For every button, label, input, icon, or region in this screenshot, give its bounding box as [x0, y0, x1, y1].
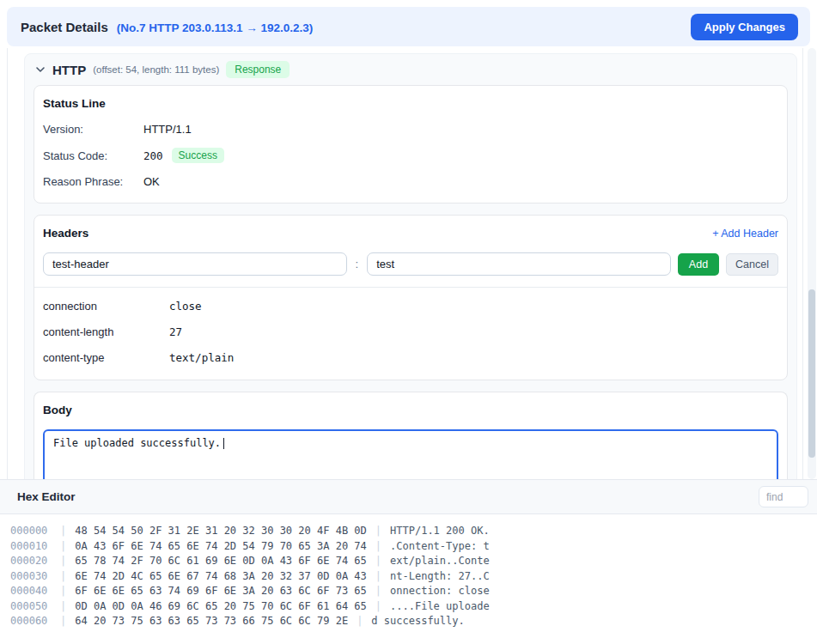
header-value-input[interactable]: [367, 252, 671, 276]
chevron-down-icon[interactable]: [35, 64, 46, 75]
header-row-content-type[interactable]: content-type text/plain: [43, 351, 778, 364]
topbar-title-group: Packet Details (No.7 HTTP 203.0.113.1 → …: [21, 20, 313, 34]
hex-bytes[interactable]: 6E 74 2D 4C 65 6E 67 74 68 3A 20 32 37 0…: [75, 570, 367, 582]
http-section: HTTP (offset: 54, length: 111 bytes) Res…: [24, 53, 797, 546]
hex-bytes[interactable]: 65 78 74 2F 70 6C 61 69 6E 0D 0A 43 6F 6…: [75, 555, 367, 567]
hex-ascii: ext/plain..Conte: [390, 555, 490, 567]
hex-editor-panel: Hex Editor 000000|48 54 54 50 2F 31 2E 3…: [0, 479, 817, 644]
hex-offset: 000000: [10, 524, 52, 539]
scrollbar[interactable]: [808, 48, 816, 479]
cancel-button[interactable]: Cancel: [726, 253, 778, 276]
hex-offset: 000040: [10, 584, 52, 599]
hex-separator: |: [60, 600, 66, 612]
hex-separator: |: [60, 570, 66, 582]
hex-ascii: nt-Length: 27..C: [390, 570, 490, 582]
hex-offset: 000050: [10, 599, 52, 615]
topbar: Packet Details (No.7 HTTP 203.0.113.1 → …: [7, 7, 810, 46]
hex-editor-title: Hex Editor: [17, 490, 76, 503]
version-value: HTTP/1.1: [143, 123, 192, 136]
hex-offset: 000010: [10, 539, 52, 555]
version-label: Version:: [43, 123, 143, 136]
headers-title-row: Headers + Add Header: [43, 227, 778, 240]
headers-title: Headers: [43, 227, 88, 240]
hex-separator: |: [375, 525, 381, 537]
hex-separator: |: [60, 555, 66, 567]
http-section-title: HTTP: [52, 63, 86, 77]
hex-separator: |: [60, 585, 66, 597]
header-row-content-length[interactable]: content-length 27: [43, 325, 778, 338]
hex-dump[interactable]: 000000|48 54 54 50 2F 31 2E 31 20 32 30 …: [0, 514, 817, 629]
hex-separator: |: [60, 615, 66, 627]
status-line-title: Status Line: [43, 97, 778, 110]
hex-row[interactable]: 000010|0A 43 6F 6E 74 65 6E 74 2D 54 79 …: [10, 539, 817, 555]
http-section-meta: (offset: 54, length: 111 bytes): [93, 64, 219, 75]
hex-ascii: onnection: close: [390, 585, 490, 597]
hex-row[interactable]: 000060|64 20 73 75 63 63 65 73 73 66 75 …: [10, 614, 817, 629]
header-colon-separator: :: [354, 258, 361, 270]
hex-row[interactable]: 000030|6E 74 2D 4C 65 6E 67 74 68 3A 20 …: [10, 569, 817, 585]
hex-editor-header: Hex Editor: [0, 480, 817, 514]
hex-offset: 000060: [10, 614, 52, 629]
http-section-header[interactable]: HTTP (offset: 54, length: 111 bytes) Res…: [25, 54, 796, 85]
header-name-input[interactable]: [43, 252, 347, 276]
scrollbar-thumb[interactable]: [808, 289, 815, 458]
hex-separator: |: [375, 570, 381, 582]
header-name: connection: [43, 300, 169, 313]
header-row-connection[interactable]: connection close: [43, 300, 778, 313]
add-button[interactable]: Add: [678, 253, 719, 276]
reason-phrase-row: Reason Phrase: OK: [43, 175, 778, 188]
hex-row[interactable]: 000050|0D 0A 0D 0A 46 69 6C 65 20 75 70 …: [10, 599, 817, 615]
hex-ascii: HTTP/1.1 200 OK.: [390, 525, 490, 537]
header-value: text/plain: [169, 351, 234, 364]
header-name: content-type: [43, 351, 169, 364]
find-input[interactable]: [759, 486, 808, 507]
reason-phrase-value: OK: [143, 175, 160, 188]
body-text: File uploaded successfully.: [53, 437, 221, 449]
body-title: Body: [43, 404, 778, 416]
hex-bytes[interactable]: 48 54 54 50 2F 31 2E 31 20 32 30 30 20 4…: [75, 525, 367, 537]
text-caret: [223, 438, 224, 449]
status-code-label: Status Code:: [43, 149, 143, 162]
status-code-value: 200: [143, 149, 163, 162]
apply-changes-button[interactable]: Apply Changes: [691, 14, 798, 40]
hex-row[interactable]: 000040|6F 6E 6E 65 63 74 69 6F 6E 3A 20 …: [10, 584, 817, 599]
hex-bytes[interactable]: 6F 6E 6E 65 63 74 69 6F 6E 3A 20 63 6C 6…: [75, 585, 367, 597]
add-header-link[interactable]: + Add Header: [712, 228, 778, 240]
header-value: 27: [169, 325, 182, 338]
reason-phrase-label: Reason Phrase:: [43, 175, 143, 188]
hex-bytes[interactable]: 0A 43 6F 6E 74 65 6E 74 2D 54 79 70 65 3…: [75, 540, 367, 552]
header-value: close: [169, 300, 202, 313]
hex-ascii: ....File uploade: [390, 600, 490, 612]
page-title: Packet Details: [21, 20, 108, 34]
hex-offset: 000020: [10, 554, 52, 569]
packet-summary: (No.7 HTTP 203.0.113.1 → 192.0.2.3): [117, 21, 314, 34]
hex-ascii: .Content-Type: t: [390, 540, 490, 552]
hex-separator: |: [357, 615, 363, 627]
version-row: Version: HTTP/1.1: [43, 123, 778, 136]
hex-offset: 000030: [10, 569, 52, 585]
hex-bytes[interactable]: 0D 0A 0D 0A 46 69 6C 65 20 75 70 6C 6F 6…: [75, 600, 367, 612]
hex-ascii: d successfully.: [371, 615, 464, 627]
headers-card: Headers + Add Header : Add Cancel connec…: [34, 215, 788, 380]
new-header-row: : Add Cancel: [43, 252, 778, 276]
status-badge: Success: [172, 148, 224, 163]
hex-separator: |: [375, 600, 381, 612]
divider: [34, 287, 787, 288]
status-code-row: Status Code: 200 Success: [43, 148, 778, 163]
hex-row[interactable]: 000000|48 54 54 50 2F 31 2E 31 20 32 30 …: [10, 524, 817, 539]
header-name: content-length: [43, 325, 169, 338]
hex-separator: |: [60, 525, 66, 537]
hex-bytes[interactable]: 64 20 73 75 63 63 65 73 73 66 75 6C 6C 7…: [75, 615, 348, 627]
hex-separator: |: [60, 540, 66, 552]
hex-row[interactable]: 000020|65 78 74 2F 70 6C 61 69 6E 0D 0A …: [10, 554, 817, 569]
hex-separator: |: [375, 540, 381, 552]
response-badge: Response: [226, 61, 290, 78]
status-line-card: Status Line Version: HTTP/1.1 Status Cod…: [34, 85, 788, 204]
hex-separator: |: [375, 555, 381, 567]
hex-separator: |: [375, 585, 381, 597]
